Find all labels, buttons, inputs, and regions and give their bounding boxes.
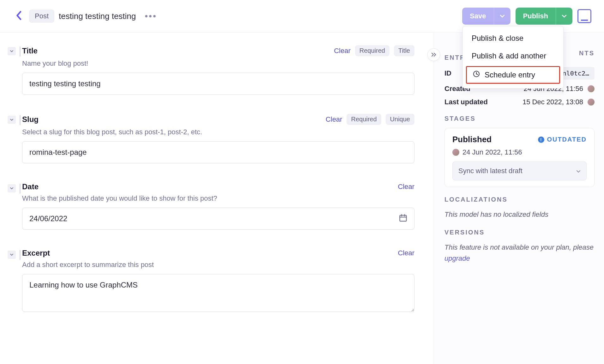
stage-card: Published ! OUTDATED 24 Jun 2022, 11:56 … (444, 128, 595, 187)
page-title: testing testing testing (59, 11, 136, 21)
slug-hint: Select a slug for this blog post, such a… (22, 128, 414, 136)
outdated-badge: ! OUTDATED (538, 136, 587, 143)
date-clear-button[interactable]: Clear (398, 183, 414, 191)
partial-tab-label: NTS (579, 50, 595, 57)
publish-and-close-item[interactable]: Publish & close (463, 29, 563, 47)
date-input[interactable] (22, 208, 414, 230)
slug-clear-button[interactable]: Clear (326, 115, 342, 124)
title-clear-button[interactable]: Clear (334, 47, 351, 55)
publish-dropdown-button[interactable] (556, 8, 572, 25)
stages-heading: STAGES (444, 115, 595, 122)
excerpt-hint: Add a short excerpt to summarize this po… (22, 261, 414, 269)
publish-button-group: Publish (516, 8, 572, 25)
field-drag-handle[interactable] (8, 116, 16, 124)
field-drag-handle[interactable] (8, 47, 16, 55)
save-button-group: Save (462, 8, 510, 25)
stage-name: Published (452, 135, 538, 144)
alert-icon: ! (538, 136, 544, 143)
date-hint: What is the published date you would lik… (22, 194, 414, 203)
save-dropdown-button[interactable] (494, 8, 510, 25)
required-badge: Required (347, 114, 381, 125)
localizations-heading: LOCALIZATIONS (444, 196, 595, 203)
publish-and-add-item[interactable]: Publish & add another (463, 47, 563, 65)
excerpt-input[interactable] (22, 274, 414, 312)
updated-value: 15 Dec 2022, 13:08 (522, 98, 583, 106)
upgrade-link[interactable]: upgrade (444, 254, 470, 262)
title-field-label: Title (22, 46, 38, 55)
title-kind-badge: Title (394, 45, 414, 56)
clock-icon (473, 70, 480, 80)
unique-badge: Unique (386, 114, 414, 125)
field-drag-handle[interactable] (8, 251, 16, 259)
updated-label: Last updated (444, 98, 518, 106)
excerpt-clear-button[interactable]: Clear (398, 249, 414, 257)
publish-button[interactable]: Publish (516, 8, 556, 25)
versions-note: This feature is not available on your pl… (444, 242, 595, 264)
title-hint: Name your blog post! (22, 59, 414, 68)
publish-dropdown-menu: Publish & close Publish & add another Sc… (462, 26, 564, 88)
avatar (588, 99, 595, 106)
avatar (588, 85, 595, 92)
svg-rect-1 (400, 215, 407, 221)
slug-input[interactable] (22, 141, 414, 163)
more-menu-button[interactable]: ••• (145, 11, 157, 21)
localizations-note: This model has no localized fields (444, 209, 595, 220)
avatar (452, 149, 459, 156)
field-drag-handle[interactable] (8, 184, 16, 192)
excerpt-field-label: Excerpt (22, 249, 50, 258)
slug-field-label: Slug (22, 115, 39, 124)
title-input[interactable] (22, 73, 414, 95)
back-button[interactable] (13, 8, 25, 24)
sync-draft-dropdown[interactable]: Sync with latest draft (452, 161, 587, 180)
date-field-label: Date (22, 182, 39, 191)
content-type-badge: Post (29, 9, 54, 23)
chevron-down-icon (576, 167, 581, 175)
save-button[interactable]: Save (462, 8, 493, 25)
required-badge: Required (355, 45, 390, 56)
versions-heading: VERSIONS (444, 229, 595, 236)
collapse-sidebar-button[interactable] (427, 48, 440, 61)
toggle-sidebar-button[interactable] (577, 9, 591, 23)
stage-published-date: 24 Jun 2022, 11:56 (462, 148, 522, 156)
schedule-entry-item[interactable]: Schedule entry (466, 66, 560, 84)
calendar-icon[interactable] (399, 214, 408, 224)
